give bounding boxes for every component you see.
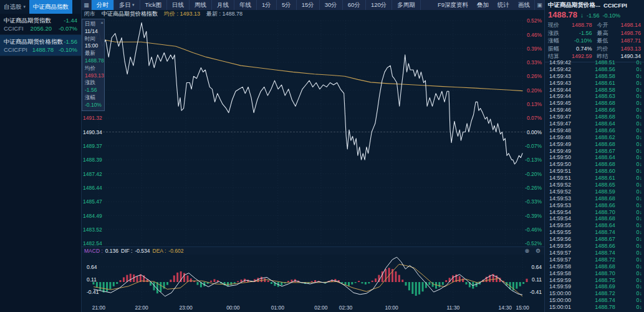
stat-label: 今开 (597, 21, 613, 29)
period-tab-日线[interactable]: 日线 (167, 0, 190, 10)
tick-time: 14:59:53 (549, 202, 582, 209)
stat-label: 现价 (548, 21, 564, 29)
tick-row: 15:00:001488.740↓ (545, 297, 644, 304)
macd-bar (398, 275, 400, 282)
tick-price: 1488.64 (582, 120, 628, 127)
tick-price: 1488.68 (582, 141, 628, 148)
panel-toggle-icon[interactable]: ▣ (534, 0, 544, 10)
tick-row: 14:59:501488.640↓ (545, 154, 644, 161)
tick-volume: 0↓ (628, 59, 642, 66)
dea-value: -0.602 (168, 248, 183, 254)
macd-bar (113, 282, 115, 286)
tick-volume: 0↓ (628, 154, 642, 161)
tick-row: 14:59:561488.670↓ (545, 236, 644, 243)
macd-bar (230, 282, 232, 285)
tick-volume: 0↓ (628, 290, 642, 297)
toolbar-spacer (421, 0, 433, 10)
macd-indicator-chart[interactable]: 0.640.640.110.11-0.41-0.41 (82, 255, 544, 304)
period-tab-120分[interactable]: 120分 (366, 0, 392, 10)
period-tab-30分[interactable]: 30分 (320, 0, 343, 10)
macd-bar (197, 282, 199, 285)
tick-time: 14:59:44 (549, 93, 582, 100)
right-axis-label: 0.33% (527, 59, 542, 66)
period-tab-多日[interactable]: 多日▾ (114, 0, 140, 10)
intraday-price-chart[interactable]: 0.52%0.46%0.39%0.33%0.26%0.20%0.13%0.07%… (82, 18, 544, 246)
left-axis-label: 1482.54 (83, 240, 102, 246)
macd-bar (234, 282, 236, 283)
dif-value: -0.534 (135, 248, 150, 254)
watchlist-tab-1[interactable]: 中证商品指数 (29, 0, 72, 14)
tick-price: 1488.63 (582, 93, 628, 100)
macd-settings-icon[interactable]: ⚙ (536, 248, 541, 254)
period-tab-周线[interactable]: 周线 (190, 0, 212, 10)
stats-row: 振幅0.74%均价1493.13 (548, 45, 641, 53)
quote-price-row: 1488.78 ↓ -1.56 -0.10% (545, 9, 644, 21)
tick-row: 14:59:531488.660↓ (545, 202, 644, 209)
layout-grid-icon[interactable]: ▦ (82, 0, 92, 10)
macd-bar (516, 282, 517, 289)
macd-close-icon[interactable]: ⊗ (524, 248, 529, 254)
tooltip-value: 11/14 (85, 28, 104, 36)
tick-row: 14:59:511488.600↓ (545, 168, 644, 175)
tick-price: 1488.66 (582, 107, 628, 114)
quote-panel: 中证商品期货价格... CCICFPI 1488.78 ↓ -1.56 -0.1… (544, 0, 644, 312)
period-tab-1分[interactable]: 1分 (257, 0, 277, 10)
macd-bar (466, 282, 468, 285)
tick-price: 1488.72 (582, 256, 628, 263)
tick-time: 15:00:00 (549, 290, 582, 297)
tick-trade-list[interactable]: 14:59:421488.510↓14:59:421488.560↓14:59:… (545, 59, 644, 312)
tick-row: 14:59:431488.580↓ (545, 73, 644, 80)
tooltip-value: 1488.78 (85, 57, 104, 65)
stock-name: 中证商品期货价格指数 (4, 37, 63, 46)
tick-time: 14:59:55 (549, 229, 582, 236)
period-tab-多周期[interactable]: 多周期 (392, 0, 421, 10)
tick-row: 14:59:541488.700↓ (545, 209, 644, 216)
tick-price: 1488.66 (582, 202, 628, 209)
toolbar-action-3[interactable]: 画线 (514, 0, 534, 10)
period-tab-60分[interactable]: 60分 (343, 0, 366, 10)
toolbar-action-1[interactable]: 叠加 (473, 0, 493, 10)
period-tab-Tick图[interactable]: Tick图 (140, 0, 168, 10)
period-tab-分时[interactable]: 分时 (92, 0, 114, 10)
watchlist-tab-0[interactable]: 自选股▾ (0, 0, 29, 14)
period-tabs: 分时多日▾Tick图日线周线月线年线1分5分15分30分60分120分多周期 (92, 0, 421, 10)
time-axis-label: 23:00 (179, 305, 192, 311)
period-toolbar: ▦ 分时多日▾Tick图日线周线月线年线1分5分15分30分60分120分多周期… (82, 0, 544, 10)
toolbar-action-2[interactable]: 统计 (493, 0, 514, 10)
tick-volume: 0↓ (628, 114, 642, 120)
macd-bar (96, 282, 98, 287)
tick-volume: 0↓ (628, 175, 642, 182)
watchlist-item-CCICFPI[interactable]: 中证商品期货价格指数-1.56CCICFPI1488.78-0.10% (0, 35, 81, 56)
stat-value: 1487.71 (613, 37, 642, 45)
macd-bar (362, 282, 363, 283)
period-tab-年线[interactable]: 年线 (234, 0, 257, 10)
toolbar-action-0[interactable]: F9深度资料 (433, 0, 473, 10)
period-tab-15分[interactable]: 15分 (297, 0, 320, 10)
time-axis-label: 00:00 (226, 305, 239, 311)
tick-volume: 0↓ (628, 283, 642, 290)
period-tab-5分[interactable]: 5分 (277, 0, 297, 10)
right-axis-label: -0.20% (525, 171, 542, 177)
macd-bar (137, 276, 138, 283)
time-axis-label: 22:00 (135, 305, 148, 311)
tick-volume: 0↓ (628, 250, 642, 256)
watchlist-tabbar: 自选股▾中证商品指数 (0, 0, 81, 14)
tick-time: 15:00:01 (549, 304, 582, 311)
stock-price: 1488.78 (32, 46, 54, 54)
tick-time: 14:59:42 (549, 66, 582, 73)
tick-volume: 0↓ (628, 120, 642, 127)
watchlist-item-CCICFI[interactable]: 中证商品期货指数-1.44CCICFI2056.20-0.07% (0, 14, 81, 35)
period-tab-月线[interactable]: 月线 (212, 0, 234, 10)
tick-time: 14:59:56 (549, 243, 582, 250)
tick-volume: 0↓ (628, 168, 642, 175)
tick-time: 15:00:00 (549, 297, 582, 304)
macd-bar (442, 282, 444, 285)
macd-bar (459, 276, 461, 283)
tick-price: 1488.68 (582, 100, 628, 107)
tooltip-close-icon[interactable]: × (100, 19, 103, 27)
tick-price: 1488.70 (582, 270, 628, 277)
tick-row: 14:59:481488.620↓ (545, 134, 644, 141)
tick-row: 14:59:421488.510↓ (545, 59, 644, 66)
tick-row: 14:59:441488.630↓ (545, 93, 644, 100)
tick-volume: 0↓ (628, 188, 642, 195)
